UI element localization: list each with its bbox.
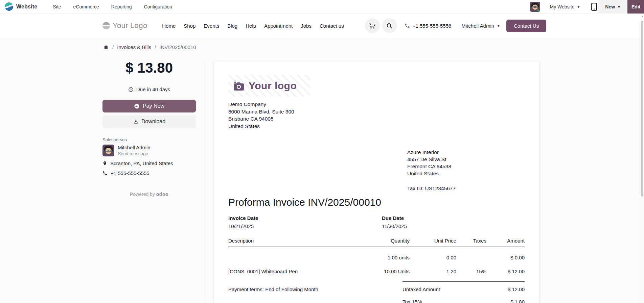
arrow-circle-right-icon	[134, 103, 140, 109]
topbar-menus: Site eCommerce Reporting Configuration	[53, 4, 172, 9]
divider	[545, 3, 545, 11]
download-label: Download	[141, 119, 165, 125]
breadcrumb-separator: /	[155, 44, 156, 50]
vertical-scrollbar[interactable]: ▲	[640, 14, 644, 303]
breadcrumb-current: INV/2025/00010	[159, 44, 196, 50]
header-phone-link[interactable]: +1 555-555-5556	[405, 23, 452, 29]
nav-home[interactable]: Home	[162, 23, 176, 29]
site-logo-text: Your Logo	[113, 21, 147, 30]
customer-tax-id: Tax ID: US12345677	[407, 185, 456, 192]
menu-reporting[interactable]: Reporting	[111, 4, 132, 9]
invoice-date-label: Invoice Date	[228, 215, 258, 221]
site-nav: Home Shop Events Blog Help Appointment J…	[162, 23, 344, 29]
menu-ecommerce[interactable]: eCommerce	[73, 4, 99, 9]
caret-down-icon: ▼	[577, 5, 580, 9]
site-logo-icon	[102, 22, 110, 29]
pay-now-label: Pay Now	[143, 103, 164, 109]
pay-now-button[interactable]: Pay Now	[102, 100, 196, 112]
menu-site[interactable]: Site	[53, 4, 61, 9]
company-address: Demo Company 8000 Marina Blvd, Suite 300…	[228, 101, 294, 130]
company-logo-placeholder[interactable]: Your logo	[228, 75, 310, 97]
customer-address-line: 4557 De Silva St	[407, 156, 456, 163]
total-value: $ 1.80	[510, 299, 525, 303]
divider	[585, 3, 585, 11]
col-description: Description	[228, 238, 343, 247]
invoice-sidebar: $ 13.80 Due in 40 days Pay Now Download …	[102, 56, 196, 197]
mobile-preview-icon[interactable]	[591, 3, 597, 11]
total-label: Untaxed Amount	[402, 286, 440, 292]
menu-configuration[interactable]: Configuration	[144, 4, 172, 9]
send-message-link[interactable]: Send message	[118, 151, 151, 156]
website-app-icon	[5, 2, 13, 11]
cell-amount: $ 0.00	[486, 247, 525, 263]
scrollbar-thumb[interactable]	[641, 21, 643, 197]
col-unit-price: Unit Price	[410, 238, 456, 247]
location-pin-icon	[102, 160, 107, 166]
scroll-up-arrow-icon[interactable]: ▲	[641, 15, 644, 18]
site-logo[interactable]: Your Logo	[102, 21, 147, 30]
odoo-logo[interactable]: odoo	[156, 192, 168, 197]
col-taxes: Taxes	[456, 238, 486, 247]
total-value: $ 12.00	[508, 286, 525, 292]
sidebar-divider	[205, 61, 205, 303]
salesperson-name: Mitchell Admin	[118, 145, 151, 150]
website-header: Your Logo Home Shop Events Blog Help App…	[0, 14, 644, 38]
nav-blog[interactable]: Blog	[227, 23, 237, 29]
nav-appointment[interactable]: Appointment	[264, 23, 293, 29]
website-app-brand[interactable]: Website	[0, 2, 37, 11]
camera-plus-icon	[233, 81, 245, 91]
invoice-date-value: 10/21/2025	[228, 223, 254, 229]
customer-address-line: United States	[407, 170, 456, 177]
due-note-row: Due in 40 days	[102, 86, 196, 92]
company-address-line: 8000 Marina Blvd, Suite 300	[228, 108, 294, 116]
user-avatar[interactable]	[530, 2, 540, 12]
cell-quantity: 10.00 Units	[343, 263, 410, 279]
nav-help[interactable]: Help	[246, 23, 256, 29]
due-date-value: 11/30/2025	[382, 223, 407, 229]
nav-shop[interactable]: Shop	[184, 23, 196, 29]
my-website-switcher[interactable]: My Website ▼	[550, 4, 580, 9]
company-address-line: United States	[228, 123, 294, 130]
edit-button[interactable]: Edit	[627, 0, 644, 14]
company-name: Demo Company	[228, 101, 294, 108]
untaxed-amount-row: Untaxed Amount $ 12.00	[402, 282, 525, 296]
user-menu-label: Mitchell Admin	[461, 23, 494, 29]
topbar-right: My Website ▼ New ▼ Edit	[530, 0, 644, 14]
customer-address-line: Fremont CA 94538	[407, 163, 456, 170]
caret-down-icon: ▼	[617, 5, 621, 9]
col-quantity: Quantity	[343, 238, 410, 247]
invoice-title: Proforma Invoice INV/2025/00010	[228, 197, 381, 208]
caret-down-icon: ▼	[497, 24, 500, 28]
location-row: Scranton, PA, United States	[102, 160, 196, 166]
nav-events[interactable]: Events	[204, 23, 219, 29]
payment-terms: Payment terms: End of Following Month	[228, 286, 318, 292]
cell-unit-price: 0.00	[410, 247, 456, 263]
download-button[interactable]: Download	[102, 115, 196, 128]
header-phone-number: +1 555-555-5556	[413, 23, 452, 29]
cell-quantity: 1.00 units	[343, 247, 410, 263]
cell-taxes: 15%	[456, 263, 486, 279]
nav-contact-us[interactable]: Contact us	[320, 23, 344, 29]
customer-name: Azure Interior	[407, 149, 456, 156]
invoice-document: Your logo Demo Company 8000 Marina Blvd,…	[214, 61, 539, 303]
contact-us-button[interactable]: Contact Us	[506, 20, 546, 32]
table-row: [CONS_0001] Whiteboard Pen 10.00 Units 1…	[228, 263, 525, 279]
nav-jobs[interactable]: Jobs	[301, 23, 312, 29]
search-button[interactable]	[382, 18, 397, 33]
breadcrumb-invoices-link[interactable]: Invoices & Bills	[117, 44, 151, 50]
logo-placeholder-text: Your logo	[249, 80, 297, 92]
home-icon[interactable]	[103, 45, 109, 50]
due-note: Due in 40 days	[136, 86, 170, 92]
table-row: 1.00 units 0.00 $ 0.00	[228, 247, 525, 263]
salesperson-phone[interactable]: +1 555-555-5555	[111, 170, 150, 176]
breadcrumb: / Invoices & Bills / INV/2025/00010	[103, 44, 196, 50]
salesperson-label: Salesperson	[102, 137, 196, 142]
cell-description	[228, 247, 343, 263]
salesperson-row: Mitchell Admin Send message	[102, 145, 196, 156]
new-button[interactable]: New ▼	[598, 0, 627, 14]
cart-button[interactable]	[365, 18, 380, 33]
amount-due: $ 13.80	[102, 60, 196, 76]
system-topbar: Website Site eCommerce Reporting Configu…	[0, 0, 644, 14]
user-menu[interactable]: Mitchell Admin ▼	[461, 23, 500, 29]
cell-amount: $ 12.00	[486, 263, 525, 279]
